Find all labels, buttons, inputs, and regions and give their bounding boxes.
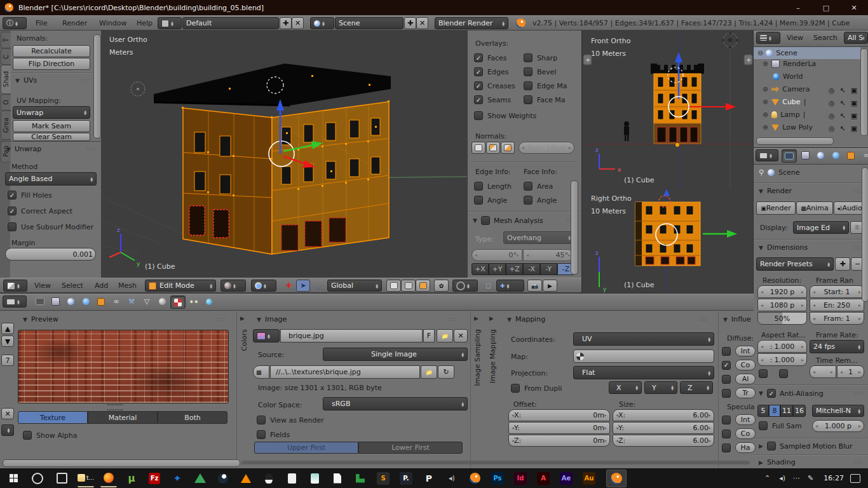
eye-icon[interactable]: ◎ [829, 99, 835, 107]
blender-running-icon[interactable] [606, 470, 627, 487]
aspect-y-stepper[interactable]: ◂: 1.000▸ [757, 353, 807, 366]
axis-x-dropdown[interactable]: X▲▼ [609, 381, 642, 394]
uvs-panel-header[interactable]: ▼UVs∷∷ [15, 76, 90, 85]
axis-minus-y-button[interactable]: -Y [540, 263, 557, 275]
app-p-dark-icon[interactable]: P. [398, 470, 414, 487]
manipulator-translate-button[interactable]: ➤ [296, 280, 310, 292]
select-mode-edge-button[interactable] [401, 280, 416, 292]
image-panel-header[interactable]: ▼Image∷∷ [257, 315, 458, 323]
outliner-view-menu[interactable]: View [787, 34, 803, 42]
offset-y-stepper[interactable]: ◂Y:0m▸ [508, 422, 610, 434]
image-name-field[interactable]: brique.jpg [280, 329, 423, 342]
steam-icon[interactable] [215, 470, 231, 487]
sublime-icon[interactable]: S [375, 470, 391, 487]
fields-row[interactable]: Fields [257, 430, 290, 439]
source-dropdown[interactable]: Single Image▲▼ [323, 348, 468, 361]
size-x-stepper[interactable]: ◂X:6.00▸ [613, 409, 714, 421]
aa-samples-5[interactable]: 5 [757, 405, 769, 417]
toolshelf-tab-grease-pencil[interactable]: Grea [1, 111, 11, 140]
fill-holes-row[interactable]: ✓Fill Holes [8, 191, 52, 200]
recalculate-button[interactable]: Recalculate [13, 45, 90, 57]
scene-tab[interactable] [813, 149, 827, 161]
filter-size-stepper[interactable]: ◂1.000 p▸ [812, 420, 864, 432]
slot-move-up-button[interactable]: ▲ [1, 323, 14, 334]
pivot-dropdown[interactable]: ▲▼ [251, 280, 276, 292]
menu-render[interactable]: Render [62, 19, 87, 27]
outliner-row-renderlayers[interactable]: ⊕ RenderLa [763, 60, 816, 68]
cursor-icon[interactable]: ↖ [840, 125, 846, 133]
mode-dropdown[interactable]: Edit Mode▲▼ [145, 280, 216, 292]
display-dropdown[interactable]: Image Ed▲▼ [793, 221, 849, 234]
show-weights-row[interactable]: Show Weights [474, 111, 536, 120]
bottom-editor-type[interactable]: ▲▼ [3, 295, 27, 308]
show-alpha-row[interactable]: Show Alpha [23, 431, 77, 440]
cursor-icon[interactable]: ↖ [840, 86, 846, 95]
angle-min-stepper[interactable]: ◂0°▸ [471, 249, 522, 261]
menu-help[interactable]: Help [137, 19, 153, 27]
unlink-image-button[interactable]: ✕ [454, 329, 468, 342]
face-angle-row[interactable]: Angle [524, 196, 557, 205]
cursor-icon[interactable]: ↖ [840, 99, 846, 107]
outliner-scene-filter[interactable]: All Sc [844, 32, 868, 44]
view-menu[interactable]: View [34, 281, 51, 290]
axis-minus-x-button[interactable]: -X [523, 263, 540, 275]
render-tab[interactable] [33, 295, 47, 308]
document-icon[interactable] [329, 470, 346, 487]
image-mapping-tab[interactable]: Image Mapping [489, 329, 497, 383]
full-sample-row[interactable]: Full Sam [759, 421, 802, 430]
select-mode-face-button[interactable] [416, 280, 430, 292]
viewport-canvas[interactable]: z y User Ortho Meters (1) Cube [102, 30, 467, 278]
offset-x-stepper[interactable]: ◂X:0m▸ [508, 409, 610, 421]
influence-panel-header[interactable]: ▼Influe [723, 315, 754, 323]
filepath-field[interactable]: //..\..\textures\brique.jpg [270, 365, 420, 379]
axis-plus-y-button[interactable]: +Y [489, 263, 506, 275]
frame-end-stepper[interactable]: ◂En: 250▸ [810, 299, 864, 311]
scene-tab[interactable] [64, 295, 78, 308]
volume-icon[interactable]: ◂) [779, 474, 785, 482]
reload-image-button[interactable]: ↻ [438, 365, 454, 379]
clear-seam-button[interactable]: Clear Seam [13, 133, 90, 141]
render-audio-button[interactable]: ◂)Audio [834, 201, 865, 215]
firefox-icon[interactable] [100, 470, 117, 487]
resolution-y-stepper[interactable]: ◂1080 p▸ [757, 299, 807, 311]
mark-seam-button[interactable]: Mark Seam [13, 120, 90, 132]
frame-start-stepper[interactable]: ◂Start: 1▸ [810, 285, 864, 298]
outliner-row-scene[interactable]: ⊖ Scene [754, 47, 860, 59]
shading-panel-header[interactable]: ▶Shading∷∷ [759, 458, 863, 466]
preview-texture-button[interactable]: Texture [18, 411, 88, 424]
axis-plus-x-button[interactable]: +X [471, 263, 489, 275]
render-layers-tab[interactable] [798, 149, 812, 161]
resolution-pct-slider[interactable]: 50% [757, 312, 807, 325]
toolshelf-scrollbar[interactable] [93, 34, 101, 139]
maximize-button[interactable]: □ [812, 4, 840, 12]
axis-y-dropdown[interactable]: Y▲▼ [644, 381, 677, 394]
outliner-search-menu[interactable]: Search [813, 34, 837, 42]
physics-tab[interactable] [202, 295, 216, 308]
viewport-editor-type[interactable]: ▲▼ [3, 280, 27, 292]
aftereffects-icon[interactable]: Ae [558, 470, 574, 487]
mesh-analysis-checkbox[interactable] [481, 216, 490, 225]
fps-dropdown[interactable]: 24 fps▲▼ [810, 340, 864, 353]
lower-first-button[interactable]: Lower First [358, 442, 463, 454]
anti-aliasing-header[interactable]: ▼✓Anti-Aliasing∷∷ [759, 389, 863, 398]
image-mapping-collapsed[interactable]: ▶ [489, 315, 494, 322]
open-image-button[interactable]: 📁 [437, 329, 453, 342]
acrobat-icon[interactable]: A [535, 470, 552, 487]
slot-move-down-button[interactable]: ▼ [1, 336, 14, 347]
properties-scrollbar[interactable] [862, 167, 868, 302]
slot-index-button[interactable]: 7 [1, 355, 14, 366]
normals-loose-edge-toggle[interactable] [486, 142, 500, 154]
mapping-panel-header[interactable]: ▼Mapping∷∷ [507, 315, 708, 323]
cortana-button[interactable] [29, 470, 46, 487]
flip-direction-button[interactable]: Flip Direction [13, 58, 90, 70]
eye-icon[interactable]: ◎ [829, 112, 835, 120]
normals-vertex-toggle[interactable] [471, 142, 485, 154]
render-restrict-icon[interactable]: ▣ [851, 112, 857, 120]
preview-material-button[interactable]: Material [88, 411, 158, 424]
angle-max-stepper[interactable]: ◂45°▸ [523, 249, 574, 261]
resolution-x-stepper[interactable]: ◂1920 p▸ [757, 285, 807, 298]
offset-z-stepper[interactable]: ◂Z:0m▸ [508, 435, 610, 447]
overlay-faces[interactable]: ✓Faces [474, 53, 507, 62]
manipulator-axes-button[interactable]: ✚ [281, 280, 295, 292]
color-space-dropdown[interactable]: sRGB▲▼ [323, 397, 468, 410]
